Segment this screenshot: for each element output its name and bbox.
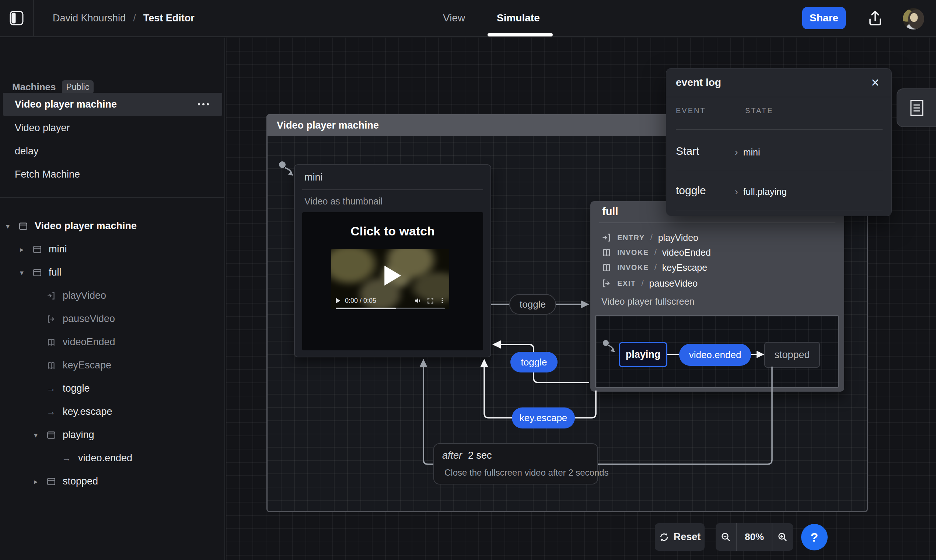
column-header-state: STATE	[745, 106, 773, 115]
state-icon	[46, 477, 59, 486]
machine-name: delay	[15, 146, 39, 157]
share-button[interactable]: Share	[802, 7, 846, 29]
kebab-menu-icon[interactable]	[439, 297, 445, 304]
action-row-exit[interactable]: EXIT / pauseVideo	[601, 277, 697, 289]
disclosure-closed-icon[interactable]: ▸	[20, 245, 32, 254]
breadcrumb-owner[interactable]: David Khourshid	[53, 12, 126, 24]
event-log-row-state: › full.playing	[735, 186, 787, 197]
fullscreen-icon[interactable]	[427, 297, 434, 304]
tree-label: key.escape	[63, 406, 112, 417]
tree-item-full[interactable]: ▾ full	[0, 261, 225, 284]
tree-item-pausevideo[interactable]: pauseVideo	[0, 307, 225, 331]
after-description: Close the fullscreen video after 2 secon…	[445, 468, 609, 478]
machine-list-item-delay[interactable]: delay	[3, 140, 222, 163]
divider	[676, 210, 882, 210]
zoom-level: 80%	[736, 523, 772, 551]
exit-action-icon	[601, 278, 612, 288]
action-name: videoEnded	[662, 247, 711, 258]
zoom-out-button[interactable]	[716, 523, 736, 551]
machine-list-item-fetch-machine[interactable]: Fetch Machine	[3, 163, 222, 186]
video-time: 0:00 / 0:05	[345, 297, 376, 305]
tree-label: full	[49, 267, 62, 278]
zoom-in-icon	[777, 532, 788, 543]
play-button-icon[interactable]	[336, 298, 340, 303]
tree-label: playVideo	[63, 290, 106, 302]
transition-label: key.escape	[520, 412, 568, 424]
divider	[599, 223, 835, 223]
zoom-in-button[interactable]	[772, 523, 793, 551]
tree-item-key-escape[interactable]: → key.escape	[0, 400, 225, 423]
transition-toggle-mini-to-full[interactable]: toggle	[509, 294, 556, 315]
action-kind: INVOKE	[617, 248, 649, 257]
invoke-icon	[601, 262, 612, 272]
disclosure-closed-icon[interactable]: ▸	[34, 477, 46, 486]
event-log-panel: event log × EVENT STATE Start › mini tog…	[666, 68, 892, 216]
chevron-right-icon: ›	[735, 147, 738, 158]
volume-icon[interactable]	[414, 297, 422, 305]
invoke-icon	[601, 247, 612, 257]
after-delay: 2 sec	[468, 450, 492, 461]
tab-view[interactable]: View	[443, 0, 465, 36]
event-arrow-icon: →	[46, 384, 59, 393]
machines-heading: Machines	[12, 82, 56, 93]
reset-label: Reset	[674, 531, 701, 543]
close-icon[interactable]: ×	[866, 74, 884, 91]
tree-item-video-ended[interactable]: → video.ended	[0, 446, 225, 470]
event-log-row-event[interactable]: toggle	[676, 184, 706, 197]
action-name: keyEscape	[662, 262, 707, 273]
reset-button[interactable]: Reset	[655, 523, 705, 551]
tree-item-playing[interactable]: ▾ playing	[0, 423, 225, 446]
tree-item-stopped[interactable]: ▸ stopped	[0, 470, 225, 493]
event-log-row-event[interactable]: Start	[676, 145, 699, 157]
action-row-invoke-2[interactable]: INVOKE / keyEscape	[601, 261, 707, 274]
state-playing[interactable]: playing	[619, 342, 667, 367]
column-header-event: EVENT	[676, 106, 706, 115]
transition-after-2sec[interactable]: after 2 sec Close the fullscreen video a…	[433, 443, 598, 485]
state-stopped[interactable]: stopped	[764, 342, 820, 368]
breadcrumb: David Khourshid / Test Editor	[53, 0, 195, 36]
divider	[0, 197, 225, 198]
action-row-invoke-1[interactable]: INVOKE / videoEnded	[601, 246, 711, 258]
video-player[interactable]: 0:00 / 0:05	[331, 249, 449, 309]
tree-item-toggle[interactable]: → toggle	[0, 377, 225, 400]
disclosure-open-icon[interactable]: ▾	[34, 431, 46, 440]
transition-toggle-full-to-mini[interactable]: toggle	[510, 352, 557, 372]
event-video-ended[interactable]: video.ended	[679, 344, 751, 366]
tree-item-videoended[interactable]: videoEnded	[0, 331, 225, 354]
machine-list-item-video-player-machine[interactable]: Video player machine	[3, 93, 222, 116]
event-video-ended-label: video.ended	[689, 349, 741, 361]
disclosure-open-icon[interactable]: ▾	[6, 222, 18, 231]
tree-item-video-player-machine[interactable]: ▾ Video player machine	[0, 214, 225, 238]
help-button[interactable]: ?	[801, 524, 828, 551]
export-button[interactable]	[865, 8, 885, 29]
event-log-title: event log	[676, 77, 721, 88]
disclosure-open-icon[interactable]: ▾	[20, 268, 32, 277]
breadcrumb-project-title[interactable]: Test Editor	[143, 12, 195, 24]
machine-menu-icon[interactable]	[198, 103, 209, 105]
tree-item-mini[interactable]: ▸ mini	[0, 238, 225, 261]
video-progress-bar[interactable]	[336, 308, 445, 309]
play-icon[interactable]	[384, 266, 401, 286]
action-row-entry[interactable]: ENTRY / playVideo	[601, 231, 698, 244]
tree-label: videoEnded	[63, 336, 115, 348]
state-stopped-label: stopped	[774, 349, 810, 361]
tree-item-keyescape[interactable]: keyEscape	[0, 354, 225, 377]
avatar[interactable]	[903, 8, 924, 29]
video-heading: Click to watch	[302, 224, 483, 238]
state-full-description: Video player fullscreen	[601, 296, 694, 307]
transition-key-escape[interactable]: key.escape	[512, 408, 575, 428]
state-mini[interactable]: mini Video as thumbnail Click to watch 0…	[294, 164, 491, 357]
tree-item-playvideo[interactable]: playVideo	[0, 284, 225, 307]
action-name: playVideo	[658, 232, 698, 243]
state-value: mini	[743, 147, 760, 158]
machine-title: Video player machine	[277, 120, 379, 131]
action-separator: /	[654, 263, 657, 272]
state-mini-description: Video as thumbnail	[304, 196, 382, 207]
sidebar: Machines Public Video player machine Vid…	[0, 38, 225, 560]
tab-simulate[interactable]: Simulate	[497, 0, 540, 36]
export-upload-icon	[867, 9, 883, 27]
event-log-toggle-button[interactable]	[897, 88, 936, 127]
state-full[interactable]: full ENTRY / playVideo INVOKE / videoEnd…	[590, 201, 844, 392]
machine-list-item-video-player[interactable]: Video player	[3, 117, 222, 139]
sidebar-toggle-button[interactable]	[0, 0, 34, 36]
